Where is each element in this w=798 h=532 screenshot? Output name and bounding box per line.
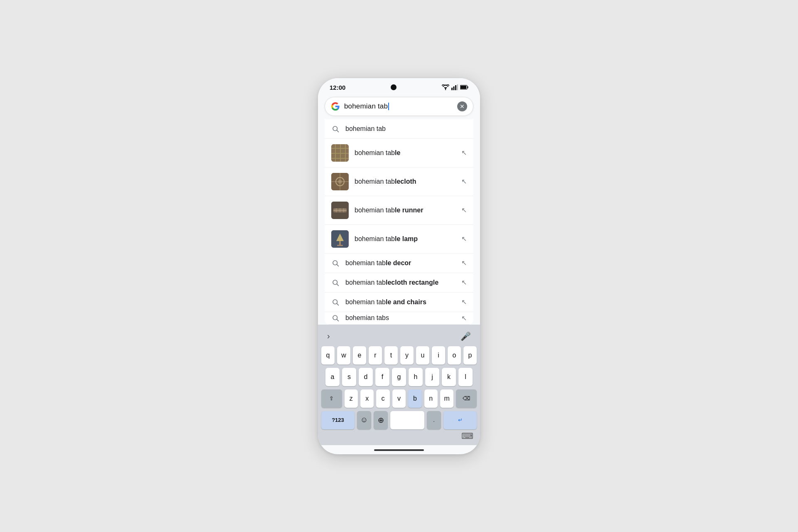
key-enter[interactable]: ↵ bbox=[443, 411, 477, 429]
svg-rect-8 bbox=[468, 86, 468, 89]
keyboard-toolbar: › 🎤 bbox=[320, 328, 478, 346]
suggestion-item[interactable]: bohemian tablecloth ↖ bbox=[325, 167, 473, 196]
key-shift[interactable]: ⇧ bbox=[321, 389, 342, 408]
key-delete[interactable]: ⌫ bbox=[456, 389, 477, 408]
key-m[interactable]: m bbox=[440, 389, 453, 408]
key-v[interactable]: v bbox=[392, 389, 406, 408]
key-d[interactable]: d bbox=[359, 368, 373, 386]
suggestion-item[interactable]: bohemian tab bbox=[325, 119, 473, 139]
status-time: 12:00 bbox=[330, 84, 345, 91]
phone-frame: 12:00 bbox=[318, 78, 480, 454]
wifi-icon bbox=[442, 84, 449, 90]
status-icons bbox=[442, 84, 468, 90]
arrow-icon: ↖ bbox=[461, 259, 467, 267]
svg-line-40 bbox=[337, 319, 338, 321]
keyboard-expand-button[interactable]: › bbox=[325, 330, 332, 342]
key-u[interactable]: u bbox=[416, 346, 429, 365]
key-s[interactable]: s bbox=[342, 368, 356, 386]
arrow-icon: ↖ bbox=[461, 206, 467, 214]
suggestion-text: bohemian tablecloth bbox=[355, 178, 456, 185]
key-i[interactable]: i bbox=[432, 346, 445, 365]
suggestion-text: bohemian tablecloth rectangle bbox=[345, 279, 456, 286]
battery-icon bbox=[460, 85, 468, 90]
svg-rect-5 bbox=[457, 84, 458, 90]
keyboard-row-3: ⇧ z x c v b n m ⌫ bbox=[321, 389, 477, 408]
arrow-icon: ↖ bbox=[461, 177, 467, 185]
svg-rect-2 bbox=[451, 88, 453, 90]
key-period[interactable]: . bbox=[427, 411, 441, 429]
key-n[interactable]: n bbox=[424, 389, 438, 408]
key-c[interactable]: c bbox=[376, 389, 389, 408]
key-numbers[interactable]: ?123 bbox=[321, 411, 355, 429]
search-bar[interactable]: bohemian tab ✕ bbox=[325, 97, 473, 116]
suggestion-item[interactable]: bohemian table ↖ bbox=[325, 139, 473, 167]
svg-rect-4 bbox=[455, 85, 456, 90]
key-z[interactable]: z bbox=[345, 389, 358, 408]
google-logo-icon bbox=[331, 102, 340, 111]
suggestion-text: bohemian table lamp bbox=[355, 235, 456, 243]
svg-rect-7 bbox=[461, 86, 466, 89]
suggestion-text: bohemian tab bbox=[345, 125, 467, 133]
search-icon bbox=[331, 125, 340, 133]
svg-marker-0 bbox=[444, 87, 447, 89]
keyboard-row-2: a s d f g h j k l bbox=[321, 368, 477, 386]
key-e[interactable]: e bbox=[353, 346, 366, 365]
suggestion-thumbnail bbox=[331, 230, 349, 248]
svg-line-34 bbox=[337, 264, 338, 266]
search-icon bbox=[331, 314, 340, 322]
key-emoji[interactable]: ☺ bbox=[357, 411, 371, 429]
key-space[interactable] bbox=[390, 411, 424, 429]
suggestion-item[interactable]: bohemian table lamp ↖ bbox=[325, 225, 473, 254]
key-y[interactable]: y bbox=[400, 346, 414, 365]
keyboard-switch-icon[interactable]: ⌨ bbox=[461, 431, 473, 441]
svg-point-1 bbox=[445, 89, 446, 90]
suggestion-thumbnail bbox=[331, 202, 349, 219]
keyboard-mic-button[interactable]: 🎤 bbox=[458, 330, 473, 343]
camera-notch bbox=[391, 84, 397, 90]
key-w[interactable]: w bbox=[337, 346, 350, 365]
suggestion-item[interactable]: bohemian table runner ↖ bbox=[325, 196, 473, 225]
svg-line-36 bbox=[337, 284, 338, 286]
suggestion-item[interactable]: bohemian tabs ↖ bbox=[325, 312, 473, 325]
key-j[interactable]: j bbox=[425, 368, 439, 386]
key-globe[interactable]: ⊕ bbox=[374, 411, 388, 429]
arrow-icon: ↖ bbox=[461, 149, 467, 157]
keyboard-area: › 🎤 q w e r t y u i o p a s d f bbox=[318, 325, 480, 445]
svg-rect-32 bbox=[337, 245, 343, 246]
signal-icon bbox=[451, 84, 458, 90]
key-p[interactable]: p bbox=[463, 346, 477, 365]
key-q[interactable]: q bbox=[321, 346, 335, 365]
search-bar-area: bohemian tab ✕ bohemian tab bbox=[318, 94, 480, 325]
search-input[interactable]: bohemian tab bbox=[344, 102, 453, 111]
clear-search-button[interactable]: ✕ bbox=[457, 101, 467, 111]
key-l[interactable]: l bbox=[458, 368, 473, 386]
suggestion-thumbnail bbox=[331, 144, 349, 162]
home-indicator bbox=[374, 449, 424, 451]
keyboard-row-1: q w e r t y u i o p bbox=[321, 346, 477, 365]
key-k[interactable]: k bbox=[442, 368, 456, 386]
arrow-icon: ↖ bbox=[461, 235, 467, 243]
key-b[interactable]: b bbox=[408, 389, 421, 408]
suggestion-item[interactable]: bohemian tablecloth rectangle ↖ bbox=[325, 273, 473, 293]
svg-rect-3 bbox=[453, 86, 455, 90]
arrow-icon: ↖ bbox=[461, 278, 467, 286]
key-x[interactable]: x bbox=[360, 389, 374, 408]
key-g[interactable]: g bbox=[392, 368, 406, 386]
key-o[interactable]: o bbox=[448, 346, 461, 365]
key-r[interactable]: r bbox=[369, 346, 382, 365]
key-h[interactable]: h bbox=[409, 368, 423, 386]
suggestion-text: bohemian table runner bbox=[355, 207, 456, 214]
status-bar: 12:00 bbox=[318, 78, 480, 94]
suggestion-text: bohemian table and chairs bbox=[345, 298, 456, 306]
suggestion-item[interactable]: bohemian table and chairs ↖ bbox=[325, 293, 473, 312]
suggestion-item[interactable]: bohemian table decor ↖ bbox=[325, 254, 473, 273]
key-t[interactable]: t bbox=[384, 346, 398, 365]
svg-line-38 bbox=[337, 303, 338, 305]
keyboard-rows: q w e r t y u i o p a s d f g h j k bbox=[320, 346, 478, 429]
search-icon bbox=[331, 259, 340, 267]
arrow-icon: ↖ bbox=[461, 314, 467, 322]
key-f[interactable]: f bbox=[375, 368, 389, 386]
svg-line-10 bbox=[337, 130, 338, 132]
key-a[interactable]: a bbox=[325, 368, 340, 386]
search-icon bbox=[331, 298, 340, 306]
